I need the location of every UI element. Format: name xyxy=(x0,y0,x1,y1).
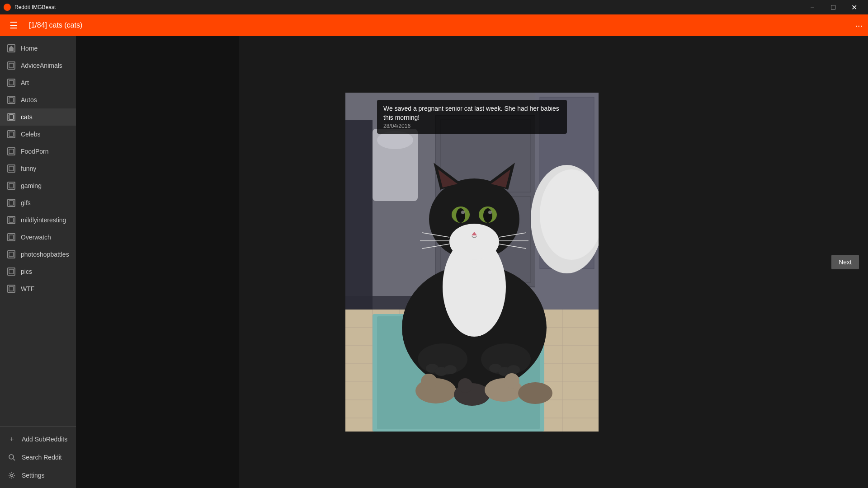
add-icon: + xyxy=(7,435,16,444)
image-container: We saved a pregnant senior cat last week… xyxy=(345,93,599,432)
svg-point-79 xyxy=(504,373,519,389)
photoshopbattles-icon xyxy=(7,250,15,258)
home-icon xyxy=(7,44,15,52)
main-layout: Home AdviceAnimals Art Autos xyxy=(0,36,868,488)
add-subreddits-button[interactable]: + Add SubReddits xyxy=(0,430,76,448)
sidebar-item-wtf[interactable]: WTF xyxy=(0,280,76,297)
maximize-button[interactable]: □ xyxy=(823,0,844,14)
svg-rect-4 xyxy=(9,98,14,102)
sidebar-item-art[interactable]: Art xyxy=(0,74,76,91)
adviceanimals-icon xyxy=(7,61,15,70)
mildlyinteresting-icon xyxy=(7,216,15,224)
svg-point-57 xyxy=(488,211,492,214)
svg-point-54 xyxy=(456,208,465,223)
svg-rect-3 xyxy=(9,80,14,85)
svg-marker-1 xyxy=(9,46,14,48)
sidebar: Home AdviceAnimals Art Autos xyxy=(0,36,76,488)
hamburger-button[interactable]: ☰ xyxy=(5,17,22,33)
funny-icon xyxy=(7,164,15,173)
pics-icon xyxy=(7,267,15,276)
svg-point-69 xyxy=(444,365,457,374)
sidebar-item-gifs[interactable]: gifs xyxy=(0,194,76,211)
app-icon xyxy=(4,4,11,11)
sidebar-item-autos[interactable]: Autos xyxy=(0,91,76,108)
svg-rect-2 xyxy=(9,63,14,68)
sidebar-items: Home AdviceAnimals Art Autos xyxy=(0,36,76,426)
svg-point-78 xyxy=(458,378,472,393)
svg-rect-5 xyxy=(9,115,14,119)
title-bar-left: Reddit IMGBeast xyxy=(4,4,56,11)
settings-button[interactable]: Settings xyxy=(0,466,76,484)
window-controls: − □ ✕ xyxy=(802,0,864,14)
title-bar: Reddit IMGBeast − □ ✕ xyxy=(0,0,868,14)
autos-icon xyxy=(7,96,15,104)
foodporn-icon xyxy=(7,147,15,155)
svg-rect-8 xyxy=(9,166,14,171)
svg-point-72 xyxy=(507,365,520,374)
settings-icon xyxy=(7,471,16,480)
svg-point-77 xyxy=(421,374,437,390)
svg-line-17 xyxy=(13,459,15,460)
cat-image xyxy=(345,93,599,432)
minimize-button[interactable]: − xyxy=(802,0,823,14)
sidebar-item-pics[interactable]: pics xyxy=(0,263,76,280)
svg-rect-12 xyxy=(9,235,14,239)
sidebar-item-cats[interactable]: cats xyxy=(0,108,76,126)
search-reddit-button[interactable]: Search Reddit xyxy=(0,448,76,466)
art-icon xyxy=(7,79,15,87)
sidebar-item-mildlyinteresting[interactable]: mildlyinteresting xyxy=(0,211,76,229)
svg-point-51 xyxy=(449,224,499,260)
svg-rect-15 xyxy=(9,286,14,291)
sidebar-item-overwatch[interactable]: Overwatch xyxy=(0,229,76,246)
svg-point-55 xyxy=(483,208,492,223)
svg-rect-13 xyxy=(9,252,14,257)
next-button[interactable]: Next xyxy=(831,255,859,269)
app-title: [1/84] cats (cats) xyxy=(29,21,82,29)
svg-rect-0 xyxy=(9,48,14,51)
svg-point-76 xyxy=(518,382,552,404)
svg-rect-9 xyxy=(9,183,14,188)
svg-rect-6 xyxy=(9,132,14,136)
sidebar-item-adviceanimals[interactable]: AdviceAnimals xyxy=(0,57,76,74)
svg-point-18 xyxy=(11,474,13,477)
caption-text: We saved a pregnant senior cat last week… xyxy=(383,104,561,122)
sidebar-item-gaming[interactable]: gaming xyxy=(0,177,76,194)
overwatch-icon xyxy=(7,233,15,241)
caption-date: 28/04/2016 xyxy=(383,123,561,129)
sidebar-item-home[interactable]: Home xyxy=(0,40,76,57)
wtf-icon xyxy=(7,285,15,293)
close-button[interactable]: ✕ xyxy=(844,0,864,14)
svg-point-56 xyxy=(461,211,465,214)
more-button[interactable]: ··· xyxy=(855,20,863,31)
image-caption: We saved a pregnant senior cat last week… xyxy=(377,100,567,134)
title-bar-title: Reddit IMGBeast xyxy=(14,4,56,10)
sidebar-footer: + Add SubReddits Search Reddit Settings xyxy=(0,426,76,488)
svg-point-16 xyxy=(9,455,14,459)
sidebar-item-funny[interactable]: funny xyxy=(0,160,76,177)
svg-rect-10 xyxy=(9,201,14,205)
svg-rect-7 xyxy=(9,149,14,154)
svg-rect-14 xyxy=(9,269,14,274)
gifs-icon xyxy=(7,199,15,207)
sidebar-item-photoshopbattles[interactable]: photoshopbattles xyxy=(0,246,76,263)
content-area: We saved a pregnant senior cat last week… xyxy=(76,36,868,488)
sidebar-item-foodporn[interactable]: FoodPorn xyxy=(0,143,76,160)
cats-icon xyxy=(7,113,15,121)
svg-rect-11 xyxy=(9,218,14,222)
gaming-icon xyxy=(7,182,15,190)
prev-area[interactable] xyxy=(76,36,239,488)
app-header: ☰ [1/84] cats (cats) ··· xyxy=(0,14,868,36)
sidebar-item-celebs[interactable]: Celebs xyxy=(0,126,76,143)
celebs-icon xyxy=(7,130,15,138)
search-icon xyxy=(7,453,16,462)
